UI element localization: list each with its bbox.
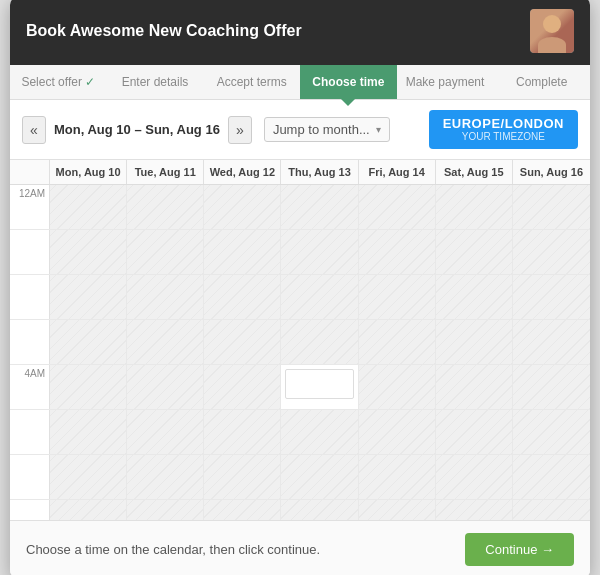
modal-title: Book Awesome New Coaching Offer — [26, 22, 302, 40]
calendar-cell[interactable] — [436, 275, 513, 319]
calendar-cell[interactable] — [204, 410, 281, 454]
time-label — [10, 230, 50, 274]
calendar-cell[interactable] — [436, 320, 513, 364]
calendar-cell[interactable] — [359, 320, 436, 364]
next-week-button[interactable]: » — [228, 116, 252, 144]
calendar-cell[interactable] — [513, 410, 590, 454]
calendar-cell[interactable] — [50, 230, 127, 274]
calendar-grid: Mon, Aug 10 Tue, Aug 11 Wed, Aug 12 Thu,… — [10, 160, 590, 520]
step-choose-time[interactable]: Choose time — [300, 65, 397, 99]
calendar-row — [10, 275, 590, 320]
steps-bar: Select offer ✓ Enter details Accept term… — [10, 65, 590, 100]
day-header-6: Sun, Aug 16 — [513, 160, 590, 184]
calendar-cell[interactable] — [513, 320, 590, 364]
calendar-row — [10, 320, 590, 365]
calendar-header: Mon, Aug 10 Tue, Aug 11 Wed, Aug 12 Thu,… — [10, 160, 590, 185]
calendar-cell[interactable] — [127, 410, 204, 454]
calendar-cell[interactable] — [436, 185, 513, 229]
calendar-cell[interactable] — [436, 410, 513, 454]
step-enter-details[interactable]: Enter details — [107, 65, 204, 99]
day-header-3: Thu, Aug 13 — [281, 160, 358, 184]
calendar-cell[interactable] — [359, 275, 436, 319]
time-label: 4AM — [10, 365, 50, 409]
calendar-cell[interactable] — [50, 275, 127, 319]
calendar-cell[interactable] — [359, 455, 436, 499]
calendar-cell[interactable] — [359, 230, 436, 274]
calendar-cell[interactable] — [513, 500, 590, 520]
calendar-cell[interactable] — [204, 275, 281, 319]
calendar-row — [10, 230, 590, 275]
calendar-cell[interactable] — [436, 500, 513, 520]
week-range-label: Mon, Aug 10 – Sun, Aug 16 — [54, 122, 220, 137]
calendar-cell[interactable] — [436, 455, 513, 499]
calendar-cell[interactable] — [359, 500, 436, 520]
calendar-cell[interactable] — [50, 410, 127, 454]
calendar-cell[interactable] — [204, 320, 281, 364]
avatar-image — [530, 9, 574, 53]
calendar-cell[interactable] — [127, 500, 204, 520]
step-complete[interactable]: Complete — [493, 65, 590, 99]
step-check-icon: ✓ — [85, 75, 95, 89]
calendar-cell[interactable] — [204, 365, 281, 409]
calendar-cell[interactable] — [513, 365, 590, 409]
modal-header: Book Awesome New Coaching Offer — [10, 0, 590, 65]
calendar-body: 12AM4AM8AM12PM4PM8PM — [10, 185, 590, 520]
day-header-2: Wed, Aug 12 — [204, 160, 281, 184]
calendar-row — [10, 410, 590, 455]
day-header-1: Tue, Aug 11 — [127, 160, 204, 184]
step-label: Complete — [516, 75, 567, 89]
calendar-cell[interactable] — [359, 365, 436, 409]
calendar-cell[interactable] — [281, 320, 358, 364]
time-label — [10, 320, 50, 364]
calendar-cell[interactable] — [359, 185, 436, 229]
timezone-button[interactable]: EUROPE/LONDON YOUR TIMEZONE — [429, 110, 578, 150]
calendar-cell[interactable] — [204, 230, 281, 274]
calendar-cell[interactable] — [127, 365, 204, 409]
calendar-cell[interactable] — [513, 455, 590, 499]
calendar-cell[interactable] — [127, 275, 204, 319]
step-label: Make payment — [406, 75, 485, 89]
calendar-cell[interactable] — [281, 230, 358, 274]
calendar-cell[interactable] — [513, 230, 590, 274]
calendar-cell[interactable] — [513, 275, 590, 319]
continue-button[interactable]: Continue → — [465, 533, 574, 566]
calendar-cell[interactable] — [50, 185, 127, 229]
jump-month-label: Jump to month... — [273, 122, 370, 137]
time-label — [10, 275, 50, 319]
calendar-cell[interactable] — [127, 230, 204, 274]
day-header-0: Mon, Aug 10 — [50, 160, 127, 184]
calendar-cell[interactable] — [281, 275, 358, 319]
calendar-cell[interactable] — [281, 410, 358, 454]
time-label — [10, 500, 50, 520]
timezone-sub: YOUR TIMEZONE — [443, 131, 564, 143]
time-header-empty — [10, 160, 50, 184]
prev-week-button[interactable]: « — [22, 116, 46, 144]
calendar-cell[interactable] — [204, 500, 281, 520]
step-label: Choose time — [312, 75, 384, 89]
calendar-cell[interactable] — [359, 410, 436, 454]
calendar-cell[interactable] — [281, 365, 358, 409]
calendar-cell[interactable] — [281, 500, 358, 520]
chevron-down-icon: ▾ — [376, 124, 381, 135]
time-label: 12AM — [10, 185, 50, 229]
calendar-cell[interactable] — [281, 185, 358, 229]
calendar-cell[interactable] — [50, 365, 127, 409]
calendar-cell[interactable] — [50, 455, 127, 499]
calendar-cell[interactable] — [127, 185, 204, 229]
calendar-cell[interactable] — [127, 320, 204, 364]
step-make-payment[interactable]: Make payment — [397, 65, 494, 99]
jump-month-dropdown[interactable]: Jump to month... ▾ — [264, 117, 390, 142]
calendar-cell[interactable] — [436, 230, 513, 274]
event-slot[interactable] — [285, 369, 353, 399]
calendar-cell[interactable] — [513, 185, 590, 229]
avatar — [530, 9, 574, 53]
step-accept-terms[interactable]: Accept terms — [203, 65, 300, 99]
calendar-cell[interactable] — [50, 320, 127, 364]
calendar-cell[interactable] — [204, 455, 281, 499]
calendar-cell[interactable] — [436, 365, 513, 409]
calendar-cell[interactable] — [281, 455, 358, 499]
calendar-cell[interactable] — [50, 500, 127, 520]
step-select-offer[interactable]: Select offer ✓ — [10, 65, 107, 99]
calendar-cell[interactable] — [204, 185, 281, 229]
calendar-cell[interactable] — [127, 455, 204, 499]
